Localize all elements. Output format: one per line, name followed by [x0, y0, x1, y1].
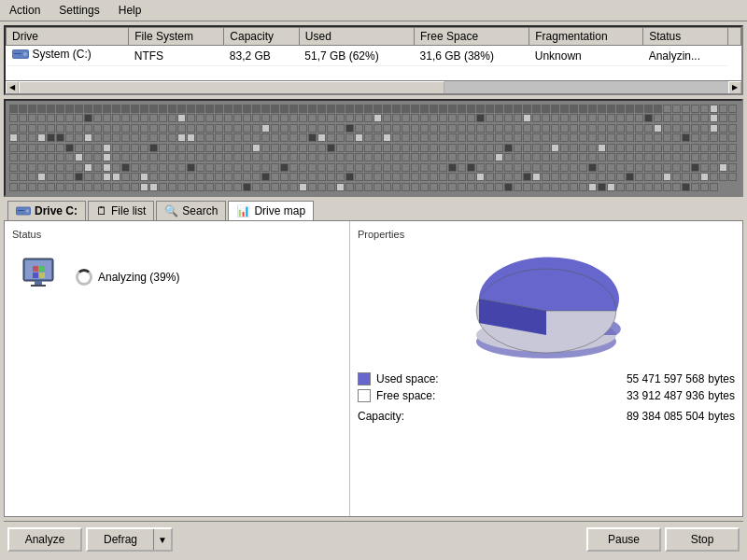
analyzing-indicator: Analyzing (39%)	[76, 269, 179, 286]
drive-map-icon: 📊	[236, 204, 250, 217]
stop-button[interactable]: Stop	[665, 527, 740, 552]
pc-icon	[20, 255, 64, 300]
cell-filesystem: NTFS	[129, 46, 224, 66]
used-space-legend: Used space: 55 471 597 568 bytes	[358, 372, 735, 385]
defrag-split-button[interactable]: Defrag ▼	[86, 527, 173, 552]
search-icon: 🔍	[164, 204, 178, 217]
defrag-button[interactable]: Defrag	[88, 529, 153, 550]
legend: Used space: 55 471 597 568 bytes Free sp…	[358, 372, 735, 423]
menu-settings[interactable]: Settings	[53, 2, 105, 19]
svg-rect-14	[33, 273, 38, 278]
capacity-row: Capacity: 89 384 085 504 bytes	[358, 406, 735, 423]
defrag-dropdown-arrow[interactable]: ▼	[153, 529, 171, 550]
svg-rect-13	[39, 266, 45, 272]
pie-chart-container	[358, 244, 735, 365]
hdd-icon	[12, 48, 29, 61]
svg-rect-10	[35, 281, 42, 285]
menu-action[interactable]: Action	[4, 2, 46, 19]
analyzing-text: Analyzing (39%)	[98, 271, 179, 284]
drive-table-container: Drive File System Capacity Used Free Spa…	[4, 25, 743, 95]
drive-label: Drive C:	[7, 201, 86, 220]
scroll-left-button[interactable]: ◀	[6, 81, 19, 94]
svg-rect-11	[31, 285, 46, 287]
analyze-button[interactable]: Analyze	[7, 527, 82, 552]
main-container: Drive File System Capacity Used Free Spa…	[0, 21, 747, 560]
horizontal-scrollbar[interactable]: ◀ ▶	[6, 80, 741, 93]
used-space-color-box	[358, 372, 371, 385]
svg-point-2	[23, 52, 27, 56]
scroll-right-button[interactable]: ▶	[728, 81, 741, 94]
capacity-unit: bytes	[708, 410, 735, 423]
tab-drive-map[interactable]: 📊 Drive map	[228, 201, 314, 220]
file-list-icon: 🗒	[96, 204, 107, 217]
used-space-value: 55 471 597 568	[451, 372, 704, 385]
disk-map-container	[4, 99, 743, 197]
properties-title: Properties	[358, 229, 735, 240]
drive-tab-icon	[16, 204, 31, 217]
menu-help[interactable]: Help	[113, 2, 148, 19]
capacity-label: Capacity:	[358, 410, 447, 423]
drive-table: Drive File System Capacity Used Free Spa…	[6, 27, 741, 66]
cell-used: 51,7 GB (62%)	[299, 46, 414, 66]
cell-fragmentation: Unknown	[529, 46, 643, 66]
col-fragmentation[interactable]: Fragmentation	[529, 28, 643, 46]
col-capacity[interactable]: Capacity	[224, 28, 299, 46]
cell-freespace: 31,6 GB (38%)	[415, 46, 529, 66]
tab-content: Status	[4, 220, 743, 517]
free-space-label: Free space:	[376, 389, 451, 402]
svg-rect-12	[33, 266, 38, 272]
bottom-buttons: Analyze Defrag ▼ Pause Stop	[4, 521, 743, 557]
col-filesystem[interactable]: File System	[129, 28, 224, 46]
menu-bar: Action Settings Help	[0, 0, 747, 21]
free-space-color-box	[358, 389, 371, 402]
svg-rect-3	[14, 53, 21, 54]
cell-capacity: 83,2 GB	[224, 46, 299, 66]
table-row[interactable]: System (C:) NTFS 83,2 GB 51,7 GB (62%) 3…	[7, 46, 741, 66]
scroll-track[interactable]	[19, 81, 728, 94]
status-title: Status	[12, 229, 342, 240]
tabs-section: Drive C: 🗒 File list 🔍 Search 📊 Drive ma…	[4, 201, 743, 517]
scroll-thumb[interactable]	[19, 81, 444, 94]
svg-point-6	[26, 209, 30, 213]
capacity-value: 89 384 085 504	[447, 410, 704, 423]
computer-icon	[20, 255, 64, 300]
pie-chart	[453, 244, 640, 365]
drive-icon: System (C:)	[12, 48, 92, 61]
tab-search[interactable]: 🔍 Search	[156, 201, 226, 220]
col-freespace[interactable]: Free Space	[415, 28, 529, 46]
svg-rect-7	[18, 210, 24, 211]
tab-file-list[interactable]: 🗒 File list	[88, 201, 154, 220]
col-status[interactable]: Status	[643, 28, 728, 46]
used-space-unit: bytes	[708, 372, 735, 385]
spinner-icon	[76, 269, 92, 286]
properties-panel: Properties	[350, 221, 742, 516]
col-used[interactable]: Used	[299, 28, 414, 46]
used-space-label: Used space:	[376, 372, 451, 385]
free-space-value: 33 912 487 936	[451, 389, 704, 402]
status-panel: Status	[5, 221, 350, 516]
pause-button[interactable]: Pause	[586, 527, 661, 552]
tab-bar: Drive C: 🗒 File list 🔍 Search 📊 Drive ma…	[4, 201, 743, 220]
svg-rect-15	[39, 273, 45, 278]
free-space-unit: bytes	[708, 389, 735, 402]
status-content: Analyzing (39%)	[12, 247, 342, 307]
disk-map-grid	[9, 105, 738, 191]
free-space-legend: Free space: 33 912 487 936 bytes	[358, 389, 735, 402]
col-drive[interactable]: Drive	[7, 28, 129, 46]
cell-status: Analyzin...	[643, 46, 728, 66]
